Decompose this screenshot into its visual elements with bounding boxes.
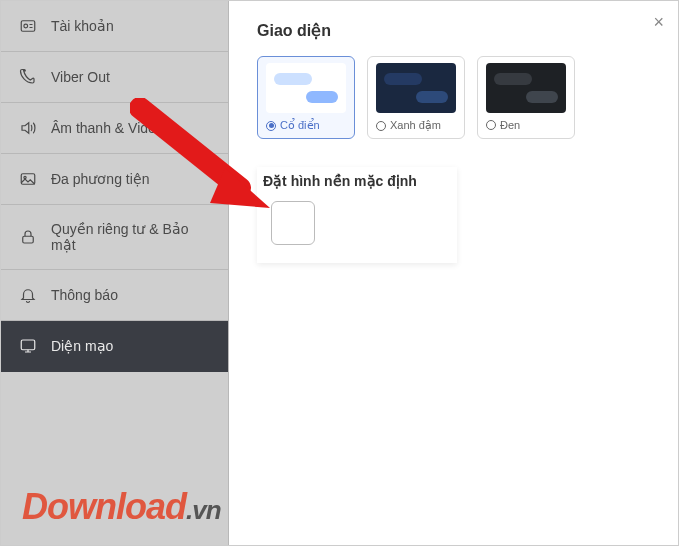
sidebar-item-media[interactable]: Đa phương tiện (1, 154, 228, 205)
close-button[interactable]: × (653, 13, 664, 31)
sidebar-item-label: Diện mạo (51, 338, 113, 354)
background-swatch-default[interactable] (271, 201, 315, 245)
interface-title: Giao diện (257, 21, 650, 40)
radio-unselected-icon (376, 121, 386, 131)
sidebar-item-label: Đa phương tiện (51, 171, 150, 187)
radio-unselected-icon (486, 120, 496, 130)
theme-option-classic[interactable]: Cổ điển (257, 56, 355, 139)
theme-label: Xanh đậm (390, 119, 441, 132)
media-icon (19, 170, 37, 188)
content-panel: × Giao diện Cổ điển (229, 1, 678, 545)
sidebar-item-account[interactable]: Tài khoản (1, 1, 228, 52)
sidebar-item-privacy[interactable]: Quyền riêng tư & Bảo mật (1, 205, 228, 270)
speaker-icon (19, 119, 37, 137)
svg-rect-4 (23, 236, 34, 243)
sidebar-item-viber-out[interactable]: Viber Out (1, 52, 228, 103)
sidebar-item-label: Thông báo (51, 287, 118, 303)
sidebar-item-audio-video[interactable]: Âm thanh & Video (1, 103, 228, 154)
theme-label: Cổ điển (280, 119, 320, 132)
theme-preview-black (486, 63, 566, 113)
sidebar-item-label: Âm thanh & Video (51, 120, 164, 136)
theme-preview-darkblue (376, 63, 456, 113)
background-title: Đặt hình nền mặc định (257, 173, 457, 189)
bell-icon (19, 286, 37, 304)
default-background-section: Đặt hình nền mặc định (257, 167, 457, 263)
appearance-icon (19, 337, 37, 355)
account-icon (19, 17, 37, 35)
theme-options: Cổ điển Xanh đậm (257, 56, 650, 139)
radio-selected-icon (266, 121, 276, 131)
sidebar-item-label: Viber Out (51, 69, 110, 85)
sidebar-item-appearance[interactable]: Diện mạo (1, 321, 228, 372)
sidebar-item-notifications[interactable]: Thông báo (1, 270, 228, 321)
sidebar-item-label: Quyền riêng tư & Bảo mật (51, 221, 210, 253)
theme-label: Đen (500, 119, 520, 131)
sidebar-item-label: Tài khoản (51, 18, 114, 34)
theme-option-darkblue[interactable]: Xanh đậm (367, 56, 465, 139)
lock-icon (19, 228, 37, 246)
svg-point-1 (24, 24, 28, 28)
svg-rect-5 (21, 340, 35, 350)
theme-option-black[interactable]: Đen (477, 56, 575, 139)
sidebar: Tài khoản Viber Out Âm thanh & Video Đa … (1, 1, 229, 545)
theme-preview-classic (266, 63, 346, 113)
phone-icon (19, 68, 37, 86)
